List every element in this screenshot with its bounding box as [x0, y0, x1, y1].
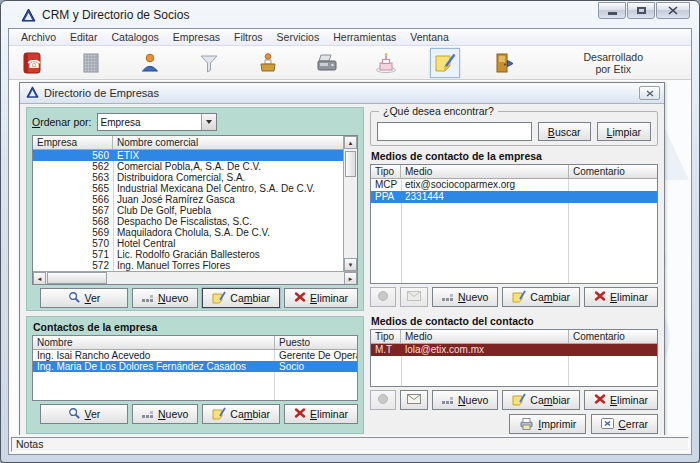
phonebook-icon[interactable]: ☎: [17, 48, 47, 78]
menu-filtros[interactable]: Filtros: [227, 30, 270, 44]
col-header-medio[interactable]: Medio: [401, 330, 569, 343]
contacts-panel: Contactos de la empresa Nombre Puesto In…: [26, 316, 364, 434]
scrollbar-thumb[interactable]: [47, 272, 107, 284]
companies-eliminar-button[interactable]: Eliminar: [284, 288, 358, 308]
company-media-nuevo-button[interactable]: Nuevo: [432, 287, 498, 307]
dial-button[interactable]: [370, 390, 396, 410]
window-title: CRM y Directorio de Socios: [42, 8, 598, 22]
scroll-left-icon[interactable]: ◄: [33, 272, 46, 285]
magnifier-icon: [68, 407, 81, 422]
col-header-tipo[interactable]: Tipo: [371, 330, 401, 343]
company-row[interactable]: 563Distribuidora Comercial, S.A.: [33, 172, 343, 183]
dialog-close-button[interactable]: [639, 86, 660, 100]
exit-icon[interactable]: [489, 48, 519, 78]
horizontal-scrollbar[interactable]: ◄ ►: [33, 271, 357, 284]
menu-archivo[interactable]: Archivo: [14, 30, 63, 44]
col-header-empresa[interactable]: Empresa: [33, 136, 113, 149]
contacts-ver-button[interactable]: Ver: [40, 404, 128, 424]
mail-icon: [407, 394, 421, 406]
cerrar-button[interactable]: Cerrar: [591, 414, 658, 434]
media-row[interactable]: MCPetix@sociocoparmex.org: [371, 179, 657, 191]
svg-text:☎: ☎: [27, 58, 41, 70]
menu-empresas[interactable]: Empresas: [166, 30, 227, 44]
mail-button[interactable]: [400, 287, 428, 307]
search-input[interactable]: [377, 122, 532, 141]
scroll-up-icon[interactable]: ▲: [344, 136, 357, 149]
maximize-button[interactable]: [627, 2, 655, 19]
menu-ventana[interactable]: Ventana: [403, 30, 456, 44]
edit-note-icon: [212, 291, 226, 306]
company-media-cambiar-button[interactable]: Cambiar: [502, 287, 580, 307]
contact-row[interactable]: Ing. Isai Rancho AcevedoGerente De Opera…: [33, 350, 357, 361]
menu-bar: Archivo Editar Catalogos Empresas Filtro…: [9, 29, 691, 46]
minimize-button[interactable]: [598, 2, 626, 19]
company-row[interactable]: 569Maquiladora Cholula, S.A. De C.V.: [33, 227, 343, 238]
contacts-eliminar-button[interactable]: Eliminar: [284, 404, 358, 424]
delete-x-icon: [594, 290, 606, 304]
col-header-comentario[interactable]: Comentario: [569, 165, 657, 178]
company-row[interactable]: 568Despacho De Fiscalistas, S.C.: [33, 216, 343, 227]
fax-icon[interactable]: [312, 48, 342, 78]
company-row[interactable]: 572Ing. Manuel Torres Flores: [33, 260, 343, 271]
companies-nuevo-button[interactable]: Nuevo: [132, 288, 198, 308]
filter-icon[interactable]: [194, 48, 224, 78]
new-record-icon: [142, 408, 154, 421]
company-row[interactable]: 571Lic. Rodolfo Gracián Ballesteros: [33, 249, 343, 260]
dial-icon: [377, 393, 389, 407]
company-row[interactable]: 570Hotel Central: [33, 238, 343, 249]
media-row[interactable]: M.Tlola@etix.com.mx: [371, 344, 657, 356]
company-row[interactable]: 566Juan José Ramírez Gasca: [33, 194, 343, 205]
contact-media-nuevo-button[interactable]: Nuevo: [432, 390, 498, 410]
col-header-medio[interactable]: Medio: [401, 165, 569, 178]
new-record-icon: [442, 394, 454, 407]
col-header-nombre-comercial[interactable]: Nombre comercial: [113, 136, 343, 149]
scroll-right-icon[interactable]: ►: [344, 272, 357, 285]
limpiar-button[interactable]: Limpiar: [597, 122, 651, 141]
edit-note-icon: [512, 393, 526, 408]
building-icon[interactable]: [76, 48, 106, 78]
speaker-icon[interactable]: [253, 48, 283, 78]
company-row[interactable]: 565Industrial Mexicana Del Centro, S.A. …: [33, 183, 343, 194]
company-row[interactable]: 560ETIX: [33, 150, 343, 161]
company-media-eliminar-button[interactable]: Eliminar: [584, 287, 658, 307]
col-header-puesto[interactable]: Puesto: [275, 336, 357, 349]
close-button[interactable]: [656, 2, 690, 19]
col-header-nombre[interactable]: Nombre: [33, 336, 275, 349]
company-row[interactable]: 567Club De Golf, Puebla: [33, 205, 343, 216]
scrollbar-thumb[interactable]: [345, 151, 356, 177]
contacts-nuevo-button[interactable]: Nuevo: [132, 404, 198, 424]
notes-icon[interactable]: [430, 48, 460, 78]
dialog-logo-icon: [26, 84, 39, 102]
buscar-button[interactable]: Buscar: [538, 122, 591, 141]
contacts-cambiar-button[interactable]: Cambiar: [202, 404, 280, 424]
new-record-icon: [142, 292, 154, 305]
vertical-scrollbar[interactable]: ▲ ▼: [343, 136, 357, 271]
col-header-tipo[interactable]: Tipo: [371, 165, 401, 178]
companies-ver-button[interactable]: Ver: [40, 288, 128, 308]
dial-button[interactable]: [370, 287, 396, 307]
scroll-down-icon[interactable]: ▼: [344, 258, 357, 271]
contact-media-cambiar-button[interactable]: Cambiar: [502, 390, 580, 410]
menu-catalogos[interactable]: Catalogos: [104, 30, 165, 44]
media-row[interactable]: PPA2331444: [371, 191, 657, 203]
printer-icon: [519, 417, 534, 432]
companies-cambiar-button[interactable]: Cambiar: [202, 288, 280, 308]
menu-servicios[interactable]: Servicios: [270, 30, 327, 44]
col-header-comentario[interactable]: Comentario: [569, 330, 657, 343]
cake-icon[interactable]: [371, 48, 401, 78]
credit-text: Desarrollado por Etix: [583, 51, 683, 75]
contacts-table: Nombre Puesto Ing. Isai Rancho AcevedoGe…: [32, 335, 358, 401]
chevron-down-icon[interactable]: [201, 114, 216, 130]
imprimir-button[interactable]: Imprimir: [509, 414, 586, 434]
menu-editar[interactable]: Editar: [63, 30, 104, 44]
contact-media-eliminar-button[interactable]: Eliminar: [584, 390, 658, 410]
company-row[interactable]: 562Comercial Pobla,A, S.A. De C.V.: [33, 161, 343, 172]
menu-herramientas[interactable]: Herramientas: [326, 30, 403, 44]
sort-value: Empresa: [98, 117, 201, 128]
contact-row[interactable]: Ing. Maria De Los Dolores Fernández Casa…: [33, 361, 357, 372]
dialog-title-bar: Directorio de Empresas: [20, 83, 664, 104]
sort-dropdown[interactable]: Empresa: [97, 113, 217, 131]
person-icon[interactable]: [135, 48, 165, 78]
mail-button[interactable]: [400, 390, 428, 410]
mail-icon: [407, 291, 421, 303]
